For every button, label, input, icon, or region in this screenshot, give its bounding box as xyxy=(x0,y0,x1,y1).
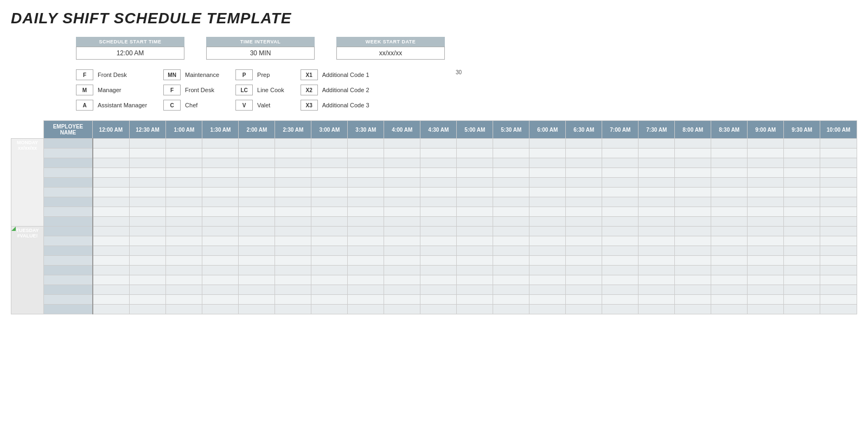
table-row[interactable]: MONDAYxx/xx/xx xyxy=(11,139,857,149)
schedule-cell[interactable] xyxy=(202,168,239,178)
schedule-cell[interactable] xyxy=(639,236,675,246)
schedule-cell[interactable] xyxy=(311,178,348,188)
schedule-cell[interactable] xyxy=(457,149,493,158)
schedule-cell[interactable] xyxy=(639,149,675,158)
schedule-cell[interactable] xyxy=(566,188,602,197)
schedule-cell[interactable] xyxy=(202,149,239,158)
schedule-cell[interactable] xyxy=(275,149,311,158)
schedule-cell[interactable] xyxy=(457,158,493,168)
employee-name-cell[interactable] xyxy=(44,139,93,149)
employee-name-cell[interactable] xyxy=(44,207,93,217)
schedule-cell[interactable] xyxy=(166,217,202,227)
schedule-cell[interactable] xyxy=(602,256,639,266)
schedule-cell[interactable] xyxy=(529,158,566,168)
employee-name-cell[interactable] xyxy=(44,227,93,236)
schedule-cell[interactable] xyxy=(239,158,275,168)
schedule-cell[interactable] xyxy=(493,178,529,188)
schedule-cell[interactable] xyxy=(711,275,748,285)
schedule-cell[interactable] xyxy=(93,149,130,158)
schedule-cell[interactable] xyxy=(602,149,639,158)
schedule-cell[interactable] xyxy=(275,139,311,149)
schedule-cell[interactable] xyxy=(784,197,820,207)
schedule-cell[interactable] xyxy=(529,207,566,217)
schedule-cell[interactable] xyxy=(711,158,748,168)
employee-name-cell[interactable] xyxy=(44,217,93,227)
schedule-cell[interactable] xyxy=(202,285,239,295)
schedule-cell[interactable] xyxy=(129,246,166,256)
schedule-cell[interactable] xyxy=(420,285,457,295)
schedule-cell[interactable] xyxy=(820,207,857,217)
schedule-cell[interactable] xyxy=(529,236,566,246)
schedule-cell[interactable] xyxy=(675,305,711,314)
schedule-cell[interactable] xyxy=(93,256,130,266)
schedule-cell[interactable] xyxy=(493,285,529,295)
schedule-cell[interactable] xyxy=(348,266,384,275)
table-row[interactable] xyxy=(11,266,857,275)
schedule-cell[interactable] xyxy=(129,227,166,236)
schedule-cell[interactable] xyxy=(711,139,748,149)
schedule-cell[interactable] xyxy=(602,305,639,314)
schedule-cell[interactable] xyxy=(493,139,529,149)
schedule-cell[interactable] xyxy=(566,178,602,188)
schedule-cell[interactable] xyxy=(529,295,566,305)
schedule-cell[interactable] xyxy=(639,227,675,236)
schedule-cell[interactable] xyxy=(566,217,602,227)
schedule-cell[interactable] xyxy=(166,149,202,158)
schedule-cell[interactable] xyxy=(639,158,675,168)
schedule-cell[interactable] xyxy=(711,266,748,275)
schedule-cell[interactable] xyxy=(675,207,711,217)
schedule-cell[interactable] xyxy=(420,197,457,207)
schedule-cell[interactable] xyxy=(311,227,348,236)
schedule-cell[interactable] xyxy=(784,266,820,275)
schedule-cell[interactable] xyxy=(348,168,384,178)
schedule-cell[interactable] xyxy=(311,139,348,149)
schedule-cell[interactable] xyxy=(166,285,202,295)
employee-name-cell[interactable] xyxy=(44,149,93,158)
schedule-cell[interactable] xyxy=(457,236,493,246)
schedule-cell[interactable] xyxy=(675,266,711,275)
schedule-cell[interactable] xyxy=(275,197,311,207)
schedule-cell[interactable] xyxy=(202,275,239,285)
schedule-cell[interactable] xyxy=(493,266,529,275)
schedule-cell[interactable] xyxy=(529,266,566,275)
schedule-cell[interactable] xyxy=(748,246,784,256)
schedule-cell[interactable] xyxy=(420,305,457,314)
schedule-cell[interactable] xyxy=(384,188,420,197)
schedule-cell[interactable] xyxy=(311,188,348,197)
schedule-cell[interactable] xyxy=(820,285,857,295)
schedule-cell[interactable] xyxy=(348,295,384,305)
schedule-cell[interactable] xyxy=(348,139,384,149)
schedule-cell[interactable] xyxy=(711,295,748,305)
schedule-cell[interactable] xyxy=(639,305,675,314)
schedule-cell[interactable] xyxy=(166,207,202,217)
schedule-cell[interactable] xyxy=(348,246,384,256)
schedule-cell[interactable] xyxy=(166,227,202,236)
table-row[interactable] xyxy=(11,305,857,314)
schedule-cell[interactable] xyxy=(239,227,275,236)
schedule-cell[interactable] xyxy=(420,236,457,246)
schedule-cell[interactable] xyxy=(529,178,566,188)
schedule-cell[interactable] xyxy=(784,149,820,158)
schedule-cell[interactable] xyxy=(311,207,348,217)
schedule-cell[interactable] xyxy=(202,139,239,149)
schedule-cell[interactable] xyxy=(239,178,275,188)
employee-name-cell[interactable] xyxy=(44,168,93,178)
schedule-cell[interactable] xyxy=(457,256,493,266)
schedule-cell[interactable] xyxy=(202,227,239,236)
schedule-cell[interactable] xyxy=(602,227,639,236)
table-row[interactable] xyxy=(11,178,857,188)
schedule-cell[interactable] xyxy=(529,256,566,266)
schedule-cell[interactable] xyxy=(457,305,493,314)
schedule-cell[interactable] xyxy=(166,275,202,285)
schedule-cell[interactable] xyxy=(493,305,529,314)
schedule-cell[interactable] xyxy=(384,285,420,295)
schedule-cell[interactable] xyxy=(748,305,784,314)
schedule-cell[interactable] xyxy=(129,305,166,314)
table-row[interactable] xyxy=(11,149,857,158)
schedule-cell[interactable] xyxy=(202,266,239,275)
schedule-cell[interactable] xyxy=(820,139,857,149)
schedule-cell[interactable] xyxy=(239,305,275,314)
employee-name-cell[interactable] xyxy=(44,178,93,188)
schedule-cell[interactable] xyxy=(566,295,602,305)
schedule-cell[interactable] xyxy=(384,266,420,275)
